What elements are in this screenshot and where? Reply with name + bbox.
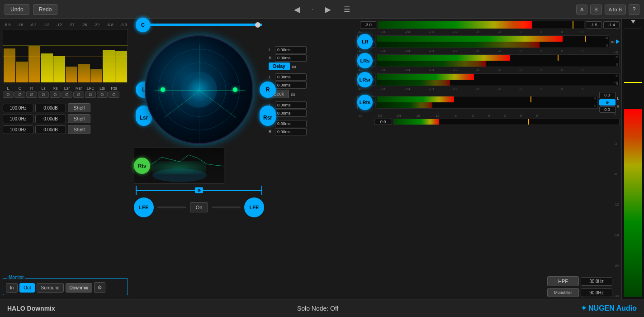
- delay-lrs-R-input[interactable]: [275, 82, 307, 89]
- play-button[interactable]: ▶: [323, 3, 333, 16]
- meter-section: -3.0 -1.5 -1.4 -42 -30 -24 -18 -12 -6 -3…: [357, 19, 621, 299]
- monofilter-button[interactable]: Monofilter: [547, 288, 579, 297]
- chan-Rts-button[interactable]: Rts: [134, 158, 150, 174]
- lr-S-label: S: [606, 44, 608, 47]
- lfe-meter-val: 0.0: [374, 119, 392, 125]
- phase-btn-Ls[interactable]: ∅: [38, 91, 49, 98]
- delay-lrsr-R-input[interactable]: [275, 110, 307, 117]
- filter2-freq[interactable]: [3, 115, 33, 123]
- lfe-slider[interactable]: [157, 207, 186, 208]
- meter-top-val2: -1.5: [586, 21, 602, 29]
- hpf-button[interactable]: HPF: [547, 276, 579, 286]
- filter1-shelf-button[interactable]: Shelf: [68, 103, 90, 112]
- filter3-db[interactable]: [35, 125, 66, 134]
- ab-b-button[interactable]: B: [590, 5, 601, 14]
- link-icon-lrs[interactable]: ∞: [291, 91, 295, 98]
- phase-btn-Rs[interactable]: ∅: [50, 91, 61, 98]
- redo-button[interactable]: Redo: [33, 4, 58, 15]
- chan-C-right-button[interactable]: C: [136, 18, 150, 32]
- monitor-section: Monitor In Out Surround Downmix ⚙: [3, 278, 128, 295]
- nugen-logo: ✦ NUGEN Audio: [581, 304, 637, 312]
- phase-btn-L[interactable]: ∅: [3, 91, 14, 98]
- bottom-bar: HALO Downmix Solo Node: Off ✦ NUGEN Audi…: [0, 299, 644, 317]
- lfe-on-button[interactable]: On: [190, 202, 208, 212]
- hpf-section: HPF Monofilter: [547, 276, 620, 297]
- lfe-left-button[interactable]: LFE: [134, 197, 154, 217]
- filter1-freq[interactable]: [3, 104, 33, 112]
- list-button[interactable]: ☰: [342, 3, 352, 15]
- delay-button[interactable]: Delay: [269, 62, 290, 70]
- filter3-shelf-button[interactable]: Shelf: [68, 125, 90, 134]
- monitor-downmix-button[interactable]: Downmix: [66, 283, 92, 293]
- svg-line-2: [164, 91, 200, 118]
- chan-LRts-button[interactable]: LRts: [357, 95, 373, 110]
- chan-LR-button[interactable]: LR: [357, 34, 373, 49]
- phase-btn-Lsr[interactable]: ∅: [62, 91, 72, 98]
- rewind-button[interactable]: ◀: [292, 3, 302, 16]
- meter-scale-row-2: -42 -30 -24 -18 -12 -6 -3 0 3 6 9: [357, 49, 620, 53]
- lrts-meter-bar: M S: [377, 96, 598, 109]
- settings-gear-button[interactable]: ⚙: [94, 282, 105, 293]
- undo-button[interactable]: Undo: [5, 4, 29, 15]
- chan-LRsr-button[interactable]: LRsr: [357, 72, 373, 87]
- top-bar: Undo Redo ◀ · ▶ ☰ A B A to B ?: [0, 0, 644, 19]
- monitor-surround-button[interactable]: Surround: [37, 283, 63, 293]
- filter2-db[interactable]: [35, 115, 66, 123]
- filter2-shelf-button[interactable]: Shelf: [68, 114, 90, 123]
- lrsr-delay-group: L R: [269, 101, 355, 117]
- delay-lrs-L-input[interactable]: [275, 73, 307, 81]
- output-meter-bars: [622, 19, 644, 299]
- lrs-meter-bar: M S: [377, 54, 620, 67]
- phase-btn-Lts[interactable]: ∅: [97, 91, 108, 98]
- dot-indicator: ·: [311, 5, 313, 14]
- link-icon-btn[interactable]: ⊕: [599, 99, 616, 106]
- lfe-meter-bar: [393, 119, 620, 125]
- monitor-out-button[interactable]: Out: [19, 283, 35, 293]
- delay-lrsr-L-input[interactable]: [275, 101, 307, 109]
- panner-circle[interactable]: [145, 35, 253, 144]
- ab-a-button[interactable]: A: [576, 5, 587, 14]
- delay-R-label: R: [269, 56, 273, 60]
- phase-btn-Rts[interactable]: ∅: [109, 91, 119, 98]
- ab-to-b-button[interactable]: A to B: [605, 5, 626, 14]
- lrsr-meter-bar: M S: [377, 73, 620, 86]
- lfe-slider-right[interactable]: [212, 207, 241, 208]
- help-button[interactable]: ?: [629, 4, 639, 15]
- chan-R-button[interactable]: R: [260, 82, 276, 98]
- lr-delay-group: L R Delay ∞: [269, 46, 355, 70]
- delay-lr-R-input[interactable]: [275, 54, 307, 62]
- phase-btn-R[interactable]: ∅: [26, 91, 37, 98]
- delay-lrts-L-input[interactable]: [275, 120, 307, 127]
- delay-lrts-R-input[interactable]: [275, 128, 307, 135]
- top-meter-area: -3.0 -1.5 -1.4: [357, 21, 620, 29]
- link-icon-lr[interactable]: ∞: [292, 63, 296, 70]
- filter1-db[interactable]: [35, 104, 66, 112]
- monitor-in-button[interactable]: In: [6, 283, 18, 293]
- panner-wrapper: L R Ls Rs Lsr Rsr: [145, 35, 253, 144]
- phase-btn-Rsr[interactable]: ∅: [73, 91, 84, 98]
- link-button-lsr[interactable]: ⊕: [195, 187, 203, 193]
- nugen-logo-text: NUGEN Audio: [588, 304, 637, 312]
- chan-LRs-button[interactable]: LRs: [357, 53, 373, 68]
- lfe-right-button[interactable]: LFE: [244, 197, 264, 217]
- phase-btn-LFE[interactable]: ∅: [85, 91, 96, 98]
- delay-lr-L-input[interactable]: [275, 46, 307, 53]
- link-val-pair: 0.0 ⊕ 0.0: [599, 92, 616, 113]
- controls-panel: L R Delay ∞ L R Seek ∞: [267, 19, 357, 299]
- mono-freq-input[interactable]: [581, 288, 612, 297]
- solo-status: Solo Node: Off: [55, 305, 581, 312]
- meter-scale-row-4: -42 -30 -24 -18 -12 -6 -3 0 3 6 9: [357, 87, 620, 91]
- lfe-meter-row: 0.0: [357, 119, 620, 125]
- meter-scale-row-3: -42 -30 -24 -18 -12 -6 -3 0 3 6 9: [357, 68, 620, 72]
- main-area: -6.8 -18 -6.1 -12 -12 -27 -26 -32 -6.8 -…: [0, 19, 644, 299]
- chan-Rsr-button[interactable]: Rsr: [260, 110, 276, 126]
- monitor-label: Monitor: [7, 275, 25, 280]
- delay-L-label: L: [269, 48, 273, 52]
- lrs-delay-group: L R Seek ∞: [269, 73, 355, 98]
- spectrum-display: [3, 29, 128, 83]
- filter-row-1: Shelf: [3, 103, 128, 112]
- phase-btn-row: ∅ ∅ ∅ ∅ ∅ ∅ ∅ ∅ ∅ ∅: [3, 91, 128, 98]
- filter3-freq[interactable]: [3, 125, 33, 134]
- hpf-freq-input[interactable]: [581, 277, 612, 286]
- phase-btn-C[interactable]: ∅: [14, 91, 25, 98]
